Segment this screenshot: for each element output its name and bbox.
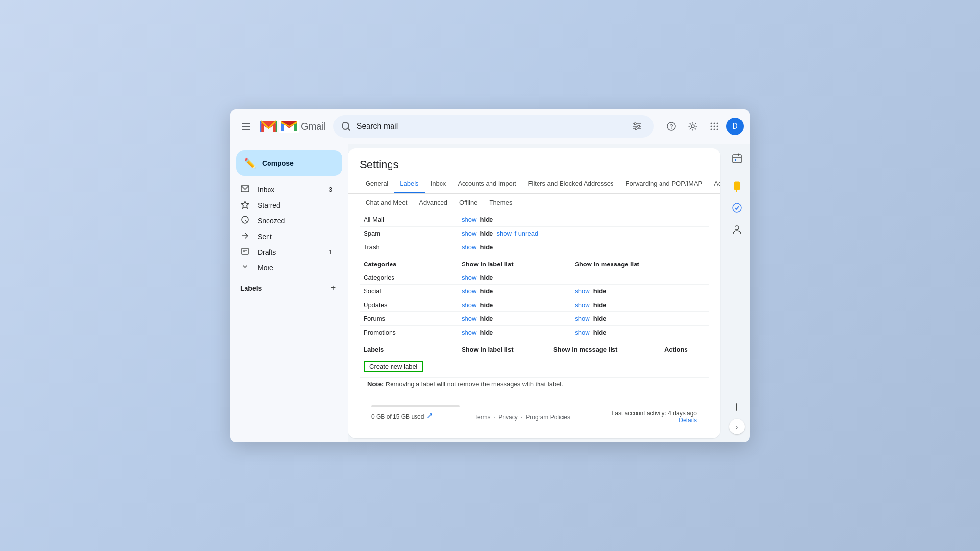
forums-hide-text: hide [480,315,493,322]
search-placeholder: Search mail [357,122,622,131]
menu-button[interactable] [236,117,256,136]
tab-advanced[interactable]: Advanced [413,194,453,213]
trash-label: Trash [360,240,458,254]
sidebar-drafts-label: Drafts [258,248,321,256]
updates-show-link[interactable]: show [462,301,476,309]
categories-show-link[interactable]: show [462,274,476,281]
compose-button[interactable]: ✏️ Compose [236,150,342,176]
keep-icon-button[interactable] [727,176,747,196]
rt-chevron-button[interactable]: › [729,419,745,434]
trash-show-link[interactable]: show [462,243,476,251]
all-mail-label: All Mail [360,213,458,227]
app-header: Gmail Search mail [230,109,750,144]
table-row: Social show hide show hide [360,284,709,298]
updates-msg-show-link[interactable]: show [575,301,589,309]
forums-msg-show-link[interactable]: show [575,315,589,322]
svg-point-40 [735,226,739,230]
svg-rect-0 [242,123,250,124]
create-label-cell: Create new label [360,356,458,378]
storage-used-text: 0 GB of 15 GB used [371,413,424,420]
promotions-label: Promotions [360,325,458,339]
sidebar-more-label: More [258,264,332,272]
tab-inbox[interactable]: Inbox [425,175,452,193]
snoozed-icon [240,216,250,226]
categories-heading: Categories [360,258,458,271]
labels-col-actions: Actions [661,343,709,356]
settings-body: All Mail show hide Spam show [348,213,720,430]
add-label-button[interactable]: + [326,282,340,295]
avatar[interactable]: D [726,118,744,135]
svg-point-24 [714,129,715,130]
tab-filters[interactable]: Filters and Blocked Addresses [522,175,620,193]
labels-section-heading: Labels [360,343,458,356]
svg-point-21 [714,126,715,127]
privacy-link[interactable]: Privacy [498,414,517,421]
svg-text:?: ? [670,123,673,130]
social-show-link[interactable]: show [462,287,476,295]
tab-accounts[interactable]: Accounts and Import [452,175,522,193]
settings-button[interactable] [683,117,703,136]
help-button[interactable]: ? [662,117,681,136]
details-link[interactable]: Details [679,417,697,424]
tasks-icon-button[interactable] [727,198,747,217]
create-new-label-button[interactable]: Create new label [364,361,423,372]
storage-external-link[interactable] [427,413,433,420]
spam-show-if-unread-link[interactable]: show if unread [497,230,539,237]
table-row: Promotions show hide show hide [360,325,709,339]
footer-bottom: 0 GB of 15 GB used Terms · Privacy [371,410,697,424]
more-icon [240,263,250,273]
sidebar-item-more[interactable]: More [230,260,340,276]
svg-point-11 [634,123,636,125]
inbox-icon [240,184,250,195]
updates-hide-text: hide [480,301,493,309]
tab-general[interactable]: General [360,175,394,193]
tab-chat[interactable]: Chat and Meet [360,194,413,213]
contacts-icon-button[interactable] [727,219,747,239]
tab-offline[interactable]: Offline [453,194,483,213]
social-msg-actions: show hide [571,284,709,298]
tab-forwarding[interactable]: Forwarding and POP/IMAP [619,175,708,193]
sidebar-item-snoozed[interactable]: Snoozed [230,213,340,229]
spam-hide-text: hide [480,230,493,237]
sidebar-item-drafts[interactable]: Drafts 1 [230,244,340,260]
svg-marker-27 [241,201,249,208]
svg-rect-37 [734,182,740,190]
spam-label: Spam [360,226,458,240]
svg-line-7 [348,128,350,130]
promotions-hide-text: hide [480,329,493,336]
svg-point-20 [711,126,712,127]
search-icon [341,121,351,131]
tab-labels[interactable]: Labels [394,175,424,193]
forums-show-link[interactable]: show [462,315,476,322]
social-msg-show-link[interactable]: show [575,287,589,295]
spam-show-link[interactable]: show [462,230,476,237]
labels-table: Labels Show in label list Show in messag… [360,343,709,391]
sidebar-item-starred[interactable]: Starred [230,197,340,213]
sidebar-item-sent[interactable]: Sent [230,229,340,244]
table-row: Trash show hide [360,240,709,254]
tab-addons[interactable]: Add-ons [708,175,720,193]
sidebar-item-inbox[interactable]: Inbox 3 [230,182,340,197]
social-label-actions: show hide [458,284,571,298]
labels-col-msg-list: Show in message list [549,343,661,356]
google-apps-button[interactable] [705,117,724,136]
terms-link[interactable]: Terms [474,414,490,421]
calendar-icon-button[interactable] [727,148,747,168]
search-options-button[interactable] [628,118,646,135]
all-mail-hide-text: hide [480,216,493,223]
rt-add-button[interactable] [727,397,747,417]
program-policies-link[interactable]: Program Policies [526,414,570,421]
storage-info: 0 GB of 15 GB used [371,413,433,420]
promotions-msg-show-link[interactable]: show [575,329,589,336]
search-bar[interactable]: Search mail [333,115,654,138]
all-mail-show-link[interactable]: show [462,216,476,223]
storage-bar-bg [371,405,460,407]
labels-header-text: Labels [240,285,326,292]
promotions-show-link[interactable]: show [462,329,476,336]
categories-name: Categories [360,271,458,285]
last-activity-text: Last account activity: 4 days ago [612,410,697,417]
note-text: Note: Removing a label will not remove t… [364,375,567,394]
svg-rect-32 [733,155,741,163]
note-bold: Note: [368,381,384,388]
tab-themes[interactable]: Themes [483,194,518,213]
